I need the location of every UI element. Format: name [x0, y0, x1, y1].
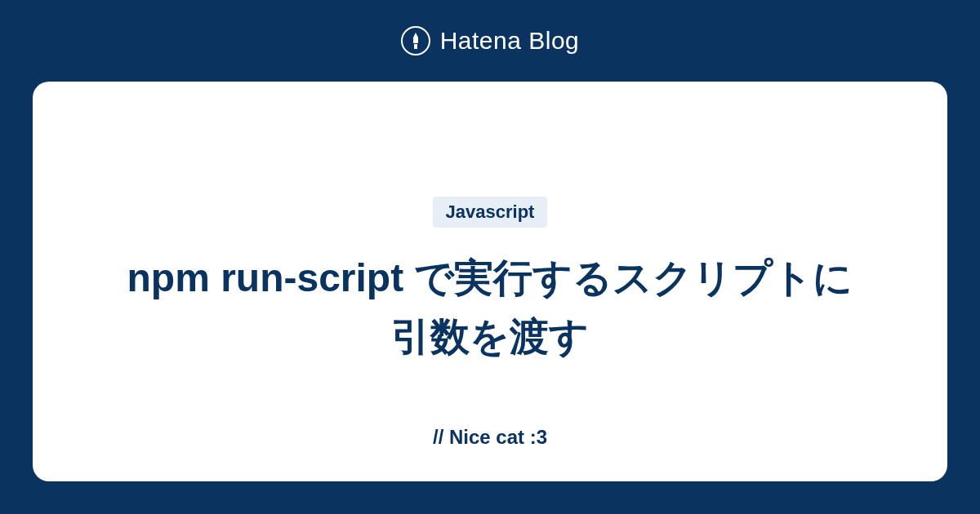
article-title: npm run-script で実行するスクリプトに引数を渡す: [122, 249, 858, 366]
header: Hatena Blog: [401, 0, 580, 82]
hatena-logo-icon: [401, 26, 430, 55]
article-card: Javascript npm run-script で実行するスクリプトに引数を…: [33, 82, 947, 481]
svg-rect-0: [414, 44, 417, 49]
category-tag: Javascript: [433, 197, 548, 228]
blog-name: // Nice cat :3: [433, 426, 547, 449]
brand-name: Hatena Blog: [440, 27, 580, 55]
